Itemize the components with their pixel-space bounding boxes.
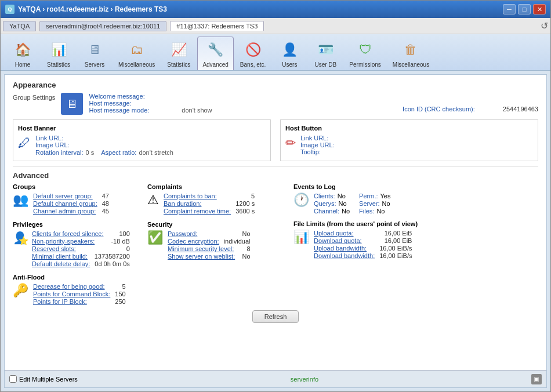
host-message-mode-link[interactable]: Host message mode: <box>89 107 149 114</box>
groups-icon: 👥 <box>13 193 28 208</box>
toolbar-servers[interactable]: 🖥 Servers <box>77 37 112 70</box>
addr-tab-server[interactable]: serveradmin@root4.redeemer.biz:10011 <box>39 21 166 31</box>
misc1-icon: 🗂 <box>126 39 147 60</box>
reserved-slots-link[interactable]: Reserved slots: <box>32 245 76 252</box>
window-title: YaTQA › root4.redeemer.biz › Redeemers T… <box>18 5 167 13</box>
button-image-url[interactable]: Image URL: <box>300 141 335 148</box>
delete-delay-link[interactable]: Default delete delay: <box>32 260 90 267</box>
upload-bandwidth-link[interactable]: Upload bandwidth: <box>314 245 367 252</box>
codec-encryption-value: individual <box>224 238 251 245</box>
host-message-link[interactable]: Host message: <box>89 100 131 107</box>
welcome-message-link[interactable]: Welcome message: <box>89 93 144 100</box>
default-server-group-link[interactable]: Default server group: <box>33 193 93 199</box>
complaint-remove-row: Complaint remove time: 3600 s <box>164 208 255 215</box>
non-priority-link[interactable]: Non-priority-speakers: <box>32 238 95 245</box>
toolbar-permissions[interactable]: 🛡 Permissions <box>344 37 386 70</box>
advanced-grid: Groups 👥 Default server group: 47 <box>13 183 538 306</box>
show-weblist-link[interactable]: Show server on weblist: <box>168 253 235 260</box>
channel-ev-link[interactable]: Channel: <box>314 208 339 215</box>
complaints-links: Complaints to ban: 5 Ban duration: 1200 … <box>164 193 255 215</box>
events-content: 🕐 Clients: No Perm.: Yes <box>293 193 538 215</box>
refresh-button[interactable]: Refresh <box>252 310 299 323</box>
codec-encryption-row: Codec encryption: individual <box>168 238 251 245</box>
perm-ev-link[interactable]: Perm.: <box>359 193 378 199</box>
banner-link-url[interactable]: Link URL: <box>35 135 63 141</box>
clients-silence-row: Clients for forced silence: 100 <box>32 230 130 237</box>
points-ip-link[interactable]: Points for IP Block: <box>33 298 87 305</box>
ban-duration-link[interactable]: Ban duration: <box>164 200 201 207</box>
group-settings-label: Group Settings <box>13 94 55 103</box>
toolbar-statistics1[interactable]: 📊 Statistics <box>41 37 76 70</box>
min-security-link[interactable]: Minimum security level: <box>168 245 234 252</box>
maximize-button[interactable]: □ <box>518 4 531 14</box>
upload-quota-link[interactable]: Upload quota: <box>314 230 354 237</box>
icon-id-link[interactable]: Icon ID (CRC checksum): <box>403 106 475 112</box>
banner-rotation-link[interactable]: Rotation interval: <box>35 149 84 156</box>
edit-multiple-checkbox[interactable] <box>9 375 17 383</box>
points-ip-value: 250 <box>115 298 125 305</box>
min-security-value: 8 <box>246 245 250 252</box>
complaints-to-ban-link[interactable]: Complaints to ban: <box>164 193 217 199</box>
content-area: Appearance Group Settings 🖥 Welcome mess… <box>1 71 550 391</box>
events-title: Events to Log <box>293 183 538 190</box>
addr-tab-yatqa[interactable]: YaTQA <box>3 21 36 31</box>
codec-encryption-link[interactable]: Codec encryption: <box>168 238 219 245</box>
host-banner-title: Host Banner <box>18 125 266 132</box>
min-client-build-link[interactable]: Minimal client build: <box>32 253 88 260</box>
toolbar-userdb[interactable]: 🪪 User DB <box>308 37 343 70</box>
titlebar-controls: ─ □ ✕ <box>503 4 546 14</box>
points-cmd-link[interactable]: Points for Command Block: <box>33 291 110 297</box>
password-link[interactable]: Password: <box>168 230 197 237</box>
toolbar-home[interactable]: 🏠 Home <box>5 37 40 70</box>
querys-ev-link[interactable]: Querys: <box>314 200 336 207</box>
anti-flood-icon: 🔑 <box>13 283 28 298</box>
default-channel-group-link[interactable]: Default channel group: <box>33 200 97 207</box>
banner-icon: 🖊 <box>18 136 31 151</box>
toolbar-statistics2[interactable]: 📈 Statistics <box>161 37 196 70</box>
toolbar-misc1-label: Miscellaneous <box>118 61 155 68</box>
files-ev-link[interactable]: Files: <box>359 208 374 215</box>
close-button[interactable]: ✕ <box>533 4 546 14</box>
clients-ev-row: Clients: No <box>314 193 350 199</box>
toolbar-misc2[interactable]: 🗑 Miscellaneous <box>387 37 434 70</box>
channel-admin-group-link[interactable]: Channel admin group: <box>33 208 96 215</box>
clients-silence-link[interactable]: Clients for forced silence: <box>32 230 104 237</box>
statistics2-icon: 📈 <box>168 39 189 60</box>
decrease-good-row: Decrease for being good: 5 <box>33 283 126 290</box>
upload-quota-row: Upload quota: 16,00 EiB <box>314 230 412 237</box>
decrease-good-link[interactable]: Decrease for being good: <box>33 283 105 290</box>
button-link-url[interactable]: Link URL: <box>300 135 328 141</box>
channel-ev-value: No <box>342 208 350 215</box>
complaint-remove-link[interactable]: Complaint remove time: <box>164 208 231 215</box>
default-server-group-value: 47 <box>102 193 109 199</box>
toolbar-statistics2-label: Statistics <box>167 61 190 68</box>
toolbar-bans[interactable]: 🚫 Bans, etc. <box>235 37 271 70</box>
file-limits-block: File Limits (from the users' point of vi… <box>293 220 538 260</box>
button-tooltip[interactable]: Tooltip: <box>300 148 321 155</box>
server-ev-link[interactable]: Server: <box>359 200 379 207</box>
banner-image-url[interactable]: Image URL: <box>35 141 70 148</box>
minimize-button[interactable]: ─ <box>503 4 516 14</box>
toolbar-users[interactable]: 👤 Users <box>272 37 307 70</box>
privileges-links: Clients for forced silence: 100 Non-prio… <box>32 230 130 268</box>
anti-flood-links: Decrease for being good: 5 Points for Co… <box>33 283 126 306</box>
points-cmd-value: 150 <box>115 291 125 297</box>
download-quota-link[interactable]: Download quota: <box>314 237 362 244</box>
delete-delay-row: Default delete delay: 0d 0h 0m 0s <box>32 260 130 267</box>
appearance-title: Appearance <box>13 81 538 89</box>
addr-tab-ts3[interactable]: #11@1337: Redeemers TS3 <box>170 21 264 31</box>
decrease-good-value: 5 <box>122 283 126 290</box>
userdb-icon: 🪪 <box>315 39 336 60</box>
titlebar: Q YaTQA › root4.redeemer.biz › Redeemers… <box>1 1 550 18</box>
clients-ev-link[interactable]: Clients: <box>314 193 335 199</box>
toolbar-advanced[interactable]: 🔧 Advanced <box>197 37 233 70</box>
back-arrow[interactable]: ↺ <box>541 20 548 31</box>
toolbar-misc1[interactable]: 🗂 Miscellaneous <box>113 37 160 70</box>
bans-icon: 🚫 <box>242 39 263 60</box>
banner-aspect-link[interactable]: Aspect ratio: <box>101 149 136 156</box>
ban-duration-value: 1200 s <box>235 200 255 207</box>
groups-block: Groups 👥 Default server group: 47 <box>13 183 140 215</box>
download-bandwidth-link[interactable]: Download bandwidth: <box>314 252 375 259</box>
host-message-mode-value: don't show <box>182 107 212 114</box>
ban-duration-row: Ban duration: 1200 s <box>164 200 255 207</box>
